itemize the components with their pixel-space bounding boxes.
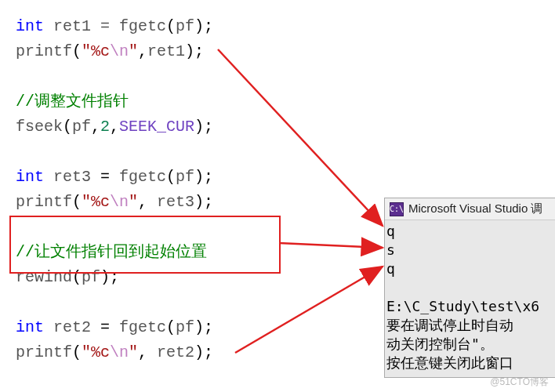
comment-line-2: //让文件指针回到起始位置 [16, 240, 213, 265]
identifier: ret3 [53, 168, 91, 186]
comma: , [110, 118, 119, 136]
string-literal: "%c [82, 42, 110, 60]
identifier: pf [72, 118, 91, 136]
keyword-int: int [16, 318, 44, 336]
function-name: rewind [16, 268, 72, 286]
output-line-3: q [386, 260, 395, 277]
string-literal: " [129, 42, 138, 60]
escape-seq: \n [110, 42, 129, 60]
identifier: ret3 [157, 193, 194, 211]
paren: ( [63, 118, 72, 136]
blank-line [16, 290, 213, 315]
comment-line-1: //调整文件指针 [16, 89, 213, 114]
comment: //调整文件指针 [16, 93, 129, 111]
function-name: fgetc [119, 17, 166, 35]
function-name: printf [16, 193, 72, 211]
code-line-5: int ret3 = fgetc(pf); [16, 165, 213, 190]
paren: ); [194, 17, 213, 35]
identifier: ret2 [53, 318, 91, 336]
blank-line [16, 140, 213, 165]
keyword-int: int [16, 17, 44, 35]
output-path: E:\C_Study\test\x6 [386, 298, 539, 314]
paren: ); [185, 42, 204, 60]
code-line-1: int ret1 = fgetc(pf); [16, 14, 213, 39]
code-line-10: printf("%c\n", ret2); [16, 340, 213, 365]
arrow-3 [235, 267, 383, 353]
function-name: fgetc [119, 168, 166, 186]
code-line-6: printf("%c\n", ret3); [16, 190, 213, 215]
output-msg1: 要在调试停止时自动 [386, 317, 513, 333]
paren: ( [72, 42, 82, 60]
comma: , [138, 193, 157, 211]
function-name: printf [16, 42, 72, 60]
string-literal: " [129, 343, 138, 361]
identifier: pf [82, 268, 100, 286]
blank-line [16, 215, 213, 240]
paren: ( [166, 318, 176, 336]
output-line-2: s [386, 241, 395, 258]
console-window: C:\ Microsoft Visual Studio 调 q s q E:\C… [384, 198, 555, 378]
code-block: int ret1 = fgetc(pf); printf("%c\n",ret1… [16, 14, 213, 365]
blank-line [16, 64, 213, 89]
paren: ( [72, 268, 82, 286]
console-titlebar: C:\ Microsoft Visual Studio 调 [385, 198, 555, 220]
output-msg2: 动关闭控制台"。 [386, 336, 494, 352]
code-line-8: rewind(pf); [16, 265, 213, 290]
console-icon: C:\ [390, 202, 404, 216]
watermark: @51CTO博客 [490, 376, 549, 389]
console-output: q s q E:\C_Study\test\x6 要在调试停止时自动 动关闭控制… [385, 220, 555, 377]
comment: //让文件指针回到起始位置 [16, 243, 207, 261]
string-literal: "%c [82, 193, 110, 211]
function-name: fseek [16, 118, 63, 136]
escape-seq: \n [110, 343, 129, 361]
code-line-2: printf("%c\n",ret1); [16, 39, 213, 64]
keyword-int: int [16, 168, 44, 186]
code-line-9: int ret2 = fgetc(pf); [16, 315, 213, 340]
arrow-2 [279, 243, 383, 248]
paren: ( [166, 17, 176, 35]
function-name: fgetc [119, 318, 166, 336]
identifier: ret2 [157, 343, 194, 361]
operator: = [91, 17, 119, 35]
comma: , [138, 343, 157, 361]
number-literal: 2 [100, 118, 110, 136]
paren: ); [194, 118, 213, 136]
paren: ( [72, 343, 82, 361]
escape-seq: \n [110, 193, 129, 211]
paren: ( [72, 193, 82, 211]
identifier: pf [176, 168, 194, 186]
string-literal: " [129, 193, 138, 211]
arrow-1 [218, 49, 383, 226]
identifier: ret1 [147, 42, 185, 60]
paren: ); [194, 343, 213, 361]
paren: ); [194, 318, 213, 336]
identifier: pf [176, 318, 194, 336]
paren: ); [194, 193, 213, 211]
output-msg3: 按任意键关闭此窗口 [386, 354, 513, 371]
output-line-1: q [386, 223, 395, 239]
identifier: pf [176, 17, 194, 35]
paren: ); [194, 168, 213, 186]
macro-constant: SEEK_CUR [119, 118, 194, 136]
paren: ( [166, 168, 176, 186]
code-line-4: fseek(pf,2,SEEK_CUR); [16, 114, 213, 140]
comma: , [138, 42, 147, 60]
comma: , [91, 118, 100, 136]
function-name: printf [16, 343, 72, 361]
identifier: ret1 [53, 17, 91, 35]
paren: ); [100, 268, 119, 286]
string-literal: "%c [82, 343, 110, 361]
console-title-text: Microsoft Visual Studio 调 [408, 201, 542, 216]
